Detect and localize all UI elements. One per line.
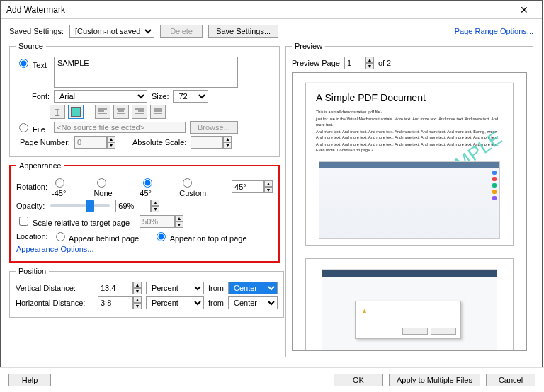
vdist-input[interactable] xyxy=(98,282,133,294)
absolute-scale-spinner: ▲▼ xyxy=(223,136,232,149)
titlebar: Add Watermark ✕ xyxy=(1,1,542,19)
size-label: Size: xyxy=(152,92,169,100)
align-justify-icon[interactable] xyxy=(150,105,166,119)
saved-settings-label: Saved Settings: xyxy=(9,27,64,35)
hdist-from-label: from xyxy=(208,299,224,307)
rotation-45-radio[interactable] xyxy=(143,178,152,188)
absolute-scale-label: Absolute Scale: xyxy=(132,138,186,146)
rotation-m45-radio[interactable] xyxy=(55,178,64,188)
scale-relative-checkbox[interactable] xyxy=(19,217,28,226)
opacity-spinner[interactable]: ▲▼ xyxy=(151,200,159,212)
opacity-label: Opacity: xyxy=(16,202,45,210)
window-title: Add Watermark xyxy=(6,5,65,15)
rotation-value-input[interactable] xyxy=(232,180,264,193)
font-label: Font: xyxy=(16,92,50,100)
location-behind-radio[interactable] xyxy=(56,232,65,241)
opacity-input[interactable] xyxy=(115,200,151,212)
location-top-radio[interactable] xyxy=(157,232,166,241)
appearance-legend: Appearance xyxy=(16,161,64,170)
size-select[interactable]: 72 xyxy=(173,90,208,103)
saved-settings-select[interactable]: [Custom-not saved] xyxy=(69,25,154,38)
vdist-from-label: from xyxy=(208,284,224,292)
preview-legend: Preview xyxy=(292,42,325,50)
save-settings-button[interactable]: Save Settings... xyxy=(208,25,278,38)
preview-embedded-window xyxy=(319,161,500,239)
hdist-input[interactable] xyxy=(98,296,133,309)
help-button[interactable]: Help xyxy=(8,374,51,386)
page-range-options-link[interactable]: Page Range Options... xyxy=(455,27,533,35)
hdist-spinner[interactable]: ▲▼ xyxy=(133,296,142,309)
location-label: Location: xyxy=(16,232,48,241)
browse-button[interactable]: Browse... xyxy=(190,121,238,134)
preview-page-1: A Simple PDF Document This is a small de… xyxy=(305,83,514,246)
text-color-icon[interactable] xyxy=(68,105,84,119)
vdist-spinner[interactable]: ▲▼ xyxy=(133,282,142,294)
source-text-radio[interactable] xyxy=(19,59,28,68)
preview-group: Preview Preview Page ▲▼ of 2 A Simple PD… xyxy=(285,42,533,357)
appearance-options-link[interactable]: Appearance Options... xyxy=(16,245,94,253)
source-file-radio[interactable] xyxy=(19,123,28,132)
apply-multiple-button[interactable]: Apply to Multiple Files xyxy=(389,374,480,386)
align-center-icon[interactable] xyxy=(113,105,129,119)
delete-button[interactable]: Delete xyxy=(160,25,203,38)
underline-icon[interactable]: T xyxy=(50,105,65,119)
source-file-path xyxy=(54,122,186,133)
opacity-slider[interactable] xyxy=(50,204,110,207)
cancel-button[interactable]: Cancel xyxy=(486,374,536,386)
rotation-none-radio[interactable] xyxy=(97,178,106,188)
rotation-custom-radio[interactable] xyxy=(183,178,192,188)
page-number-label: Page Number: xyxy=(20,138,70,146)
hdist-from-select[interactable]: Center xyxy=(228,296,278,309)
absolute-scale-input xyxy=(191,136,223,149)
preview-page-label: Preview Page xyxy=(292,59,340,67)
vdist-unit-select[interactable]: Percent xyxy=(146,282,204,294)
scale-relative-input xyxy=(140,215,175,228)
rotation-spinner[interactable]: ▲▼ xyxy=(264,180,273,193)
hdist-label: Horizontal Distance: xyxy=(16,299,94,307)
source-group: Source Text Font: Arial Size: 72 T xyxy=(9,42,280,157)
ok-button[interactable]: OK xyxy=(334,374,383,386)
rotation-label: Rotation: xyxy=(16,183,47,191)
preview-of-label: of 2 xyxy=(378,59,391,67)
preview-page-2 xyxy=(305,258,514,351)
watermark-text-input[interactable] xyxy=(54,57,238,88)
preview-page-input[interactable] xyxy=(344,57,366,69)
page-number-spinner: ▲▼ xyxy=(107,136,115,149)
align-left-icon[interactable] xyxy=(95,105,110,119)
align-right-icon[interactable] xyxy=(132,105,147,119)
preview-page-spinner[interactable]: ▲▼ xyxy=(366,57,374,69)
hdist-unit-select[interactable]: Percent xyxy=(146,296,204,309)
font-select[interactable]: Arial xyxy=(54,90,147,103)
source-legend: Source xyxy=(16,42,46,50)
preview-area: A Simple PDF Document This is a small de… xyxy=(292,72,527,351)
vdist-label: Vertical Distance: xyxy=(16,284,94,292)
scale-relative-spinner: ▲▼ xyxy=(175,215,183,228)
appearance-group: Appearance Rotation: -45° None 45° Custo… xyxy=(9,161,280,263)
page-number-input xyxy=(74,136,107,149)
close-icon[interactable]: ✕ xyxy=(512,2,536,18)
position-group: Position Vertical Distance: ▲▼ Percent f… xyxy=(9,267,284,318)
vdist-from-select[interactable]: Center xyxy=(228,282,278,294)
preview-doc-title: A Simple PDF Document xyxy=(316,92,503,103)
position-legend: Position xyxy=(16,267,49,275)
